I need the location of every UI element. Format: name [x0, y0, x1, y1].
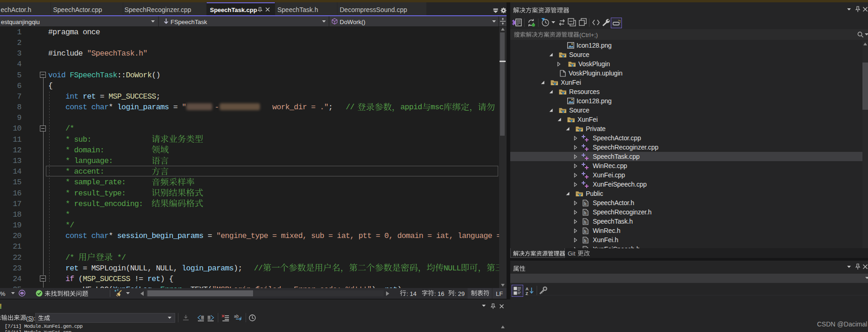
svg-text:h: h: [584, 219, 586, 224]
svg-text:ab: ab: [234, 314, 239, 319]
svg-text:h: h: [584, 228, 586, 233]
svg-text:h: h: [584, 200, 586, 206]
svg-text:h: h: [584, 210, 586, 215]
svg-text:h: h: [584, 238, 586, 243]
svg-text:A: A: [526, 287, 529, 291]
